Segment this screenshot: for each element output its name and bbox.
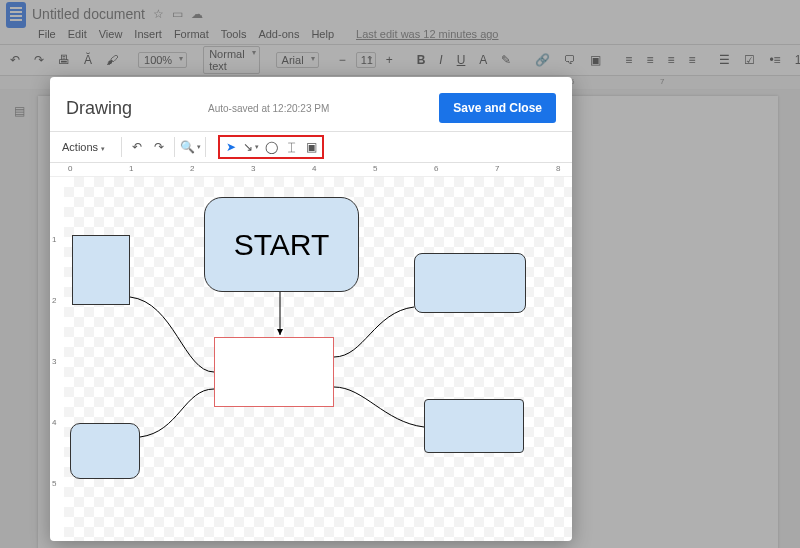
textbox-tool-icon[interactable]: ⌶ xyxy=(282,138,300,156)
dialog-header: Drawing Auto-saved at 12:20:23 PM Save a… xyxy=(50,77,572,131)
undo-icon[interactable]: ↶ xyxy=(128,138,146,156)
drawing-canvas[interactable]: START xyxy=(64,177,572,541)
redo-icon[interactable]: ↷ xyxy=(150,138,168,156)
shape-bottom-right[interactable] xyxy=(424,399,524,453)
zoom-menu-icon[interactable]: 🔍 xyxy=(181,138,199,156)
save-and-close-button[interactable]: Save and Close xyxy=(439,93,556,123)
shape-bottom-left[interactable] xyxy=(70,423,140,479)
drawing-dialog: Drawing Auto-saved at 12:20:23 PM Save a… xyxy=(50,77,572,541)
drawing-toolbar: Actions ↶ ↷ 🔍 ➤ ↘ ◯ ⌶ ▣ xyxy=(50,131,572,163)
shape-top-right[interactable] xyxy=(414,253,526,313)
drawing-v-ruler: 1 2 3 4 5 xyxy=(50,177,64,541)
actions-menu[interactable]: Actions xyxy=(58,139,115,155)
tool-highlight: ➤ ↘ ◯ ⌶ ▣ xyxy=(218,135,324,159)
shape-center-selected[interactable] xyxy=(214,337,334,407)
shape-top-left[interactable] xyxy=(72,235,130,305)
shape-start-label: START xyxy=(234,228,330,262)
shape-start[interactable]: START xyxy=(204,197,359,292)
select-tool-icon[interactable]: ➤ xyxy=(222,138,240,156)
image-tool-icon[interactable]: ▣ xyxy=(302,138,320,156)
dialog-title: Drawing xyxy=(66,98,132,119)
line-tool-icon[interactable]: ↘ xyxy=(242,138,260,156)
drawing-canvas-wrap: 1 2 3 4 5 START xyxy=(50,177,572,541)
drawing-h-ruler: 0 1 2 3 4 5 6 7 8 xyxy=(50,163,572,177)
autosave-text: Auto-saved at 12:20:23 PM xyxy=(208,103,329,114)
shape-tool-icon[interactable]: ◯ xyxy=(262,138,280,156)
